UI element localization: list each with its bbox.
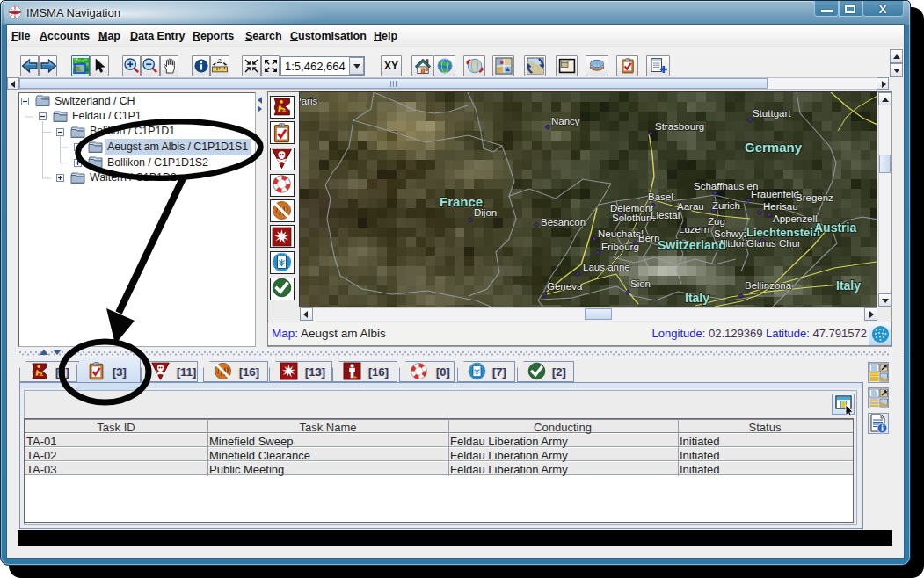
- svg-text:Laus anne: Laus anne: [583, 262, 630, 272]
- svg-text:Austria: Austria: [814, 220, 856, 235]
- svg-text:2: 2: [218, 59, 222, 64]
- svg-text:Germany: Germany: [745, 140, 803, 155]
- svg-text:Herisau: Herisau: [763, 201, 798, 212]
- svg-text:Appenzell: Appenzell: [773, 213, 818, 224]
- svg-text:Luzern: Luzern: [679, 224, 709, 235]
- svg-text:Bregenz: Bregenz: [796, 192, 833, 203]
- svg-text:Strasbourg: Strasbourg: [655, 121, 704, 132]
- svg-text:Besancon: Besancon: [541, 217, 586, 228]
- svg-text:Schaffhaus en: Schaffhaus en: [694, 181, 758, 191]
- svg-text:Liechtenstein: Liechtenstein: [746, 226, 820, 239]
- svg-text:Aarau: Aarau: [677, 201, 704, 212]
- svg-text:Neuchatel: Neuchatel: [598, 228, 644, 239]
- svg-text:Geneva: Geneva: [547, 281, 583, 292]
- svg-text:France: France: [440, 194, 483, 209]
- svg-text:Basel: Basel: [648, 191, 673, 202]
- svg-text:Glarus: Glarus: [746, 238, 776, 249]
- svg-text:Paris: Paris: [299, 96, 317, 106]
- svg-text:Italy: Italy: [685, 291, 709, 305]
- svg-text:Solothurn: Solothurn: [612, 213, 655, 223]
- svg-text:Zurich: Zurich: [712, 200, 740, 211]
- svg-text:Liestal: Liestal: [651, 210, 680, 220]
- svg-text:Nancy: Nancy: [551, 116, 580, 126]
- svg-text:Chur: Chur: [779, 238, 801, 249]
- svg-text:Bern: Bern: [638, 233, 659, 243]
- svg-text:Sion: Sion: [630, 278, 651, 289]
- svg-text:Frauenfeld: Frauenfeld: [751, 189, 799, 199]
- svg-text:Fribourg: Fribourg: [601, 242, 639, 252]
- svg-text:Bellinzona: Bellinzona: [745, 280, 792, 291]
- svg-text:Switzerland: Switzerland: [658, 238, 726, 252]
- svg-text:Italy: Italy: [836, 278, 861, 293]
- svg-text:Stuttgart: Stuttgart: [753, 108, 791, 119]
- svg-text:Zug: Zug: [708, 216, 725, 227]
